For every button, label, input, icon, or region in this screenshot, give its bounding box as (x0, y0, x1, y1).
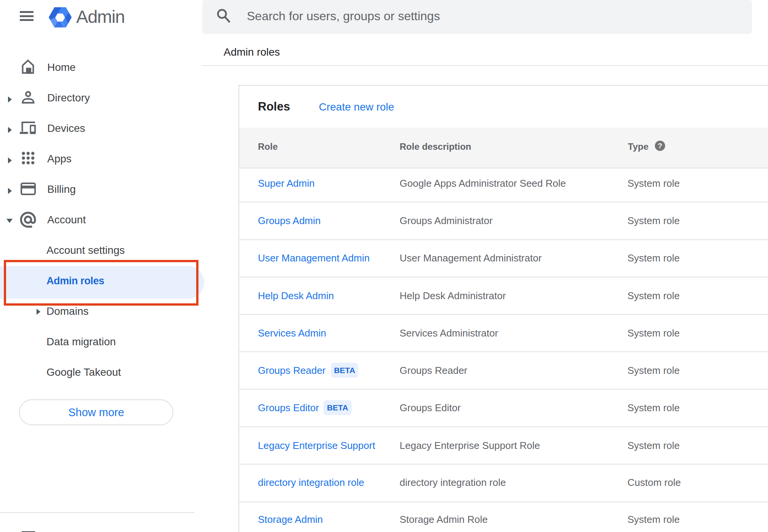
svg-text:?: ? (658, 142, 662, 150)
